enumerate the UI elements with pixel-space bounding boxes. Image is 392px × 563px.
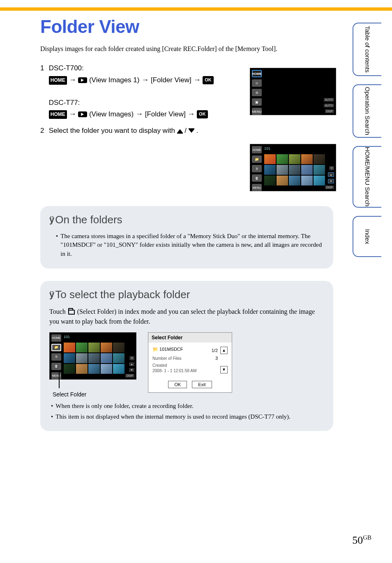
bullet-text: This item is not displayed when the inte… [55,412,291,422]
camera-screen-index: 101 HOME 📁 ⎘ 🗑 MENU ⟲ [49,332,136,380]
thumbnail [301,176,313,185]
folder-name-text: 101MSDCF [159,347,183,352]
created-label: Created [152,363,167,368]
view-images-label: (View Images) [89,110,136,118]
step-number: 2 [40,125,47,136]
tip-bullets: • When there is only one folder, create … [49,402,324,422]
thumbnail [76,353,88,363]
intro-text: Displays images for each folder created … [40,44,336,53]
select-folder-button: 📁 [51,344,61,351]
down-button[interactable]: ▼ [220,366,228,373]
screen-home-button: HOME [51,334,61,342]
thumbnail [264,165,276,175]
files-value: 3 [215,356,218,361]
trash-icon: 🗑 [51,363,61,370]
thumbnail [277,165,288,175]
folder-number-label: 101 [64,335,70,339]
thumbnail [113,343,125,352]
screen-auto-label: AUTO [324,104,334,107]
tab-table-of-contents[interactable]: Table of contents [353,23,381,76]
thumbnail [64,353,75,363]
list-item: • This item is not displayed when the in… [51,412,324,422]
step-text: / [184,127,187,134]
nav-up-icon [177,129,183,133]
up-button[interactable]: ▲ [220,347,228,354]
page-number-suffix: GB [363,534,371,541]
home-icon: HOME [49,110,67,119]
screen-off-icon: ⊘ [252,89,262,96]
dialog-title: Select Folder [148,333,232,343]
thumbnail [101,353,112,363]
thumbnail [314,165,325,175]
dialog-folder-row: 📁 101MSDCF 1/2 ▲ [152,347,228,354]
step-text: Select the folder you want to display wi… [49,127,177,134]
screen-menu-button: MENU [51,372,61,380]
copy-icon: ⎘ [252,165,262,172]
nav-up-icon: ▲ [129,362,134,366]
page-content: Folder View Displays images for each fol… [40,16,336,431]
tab-home-menu-search[interactable]: HOME/MENU Search [353,146,381,208]
folder-icon: 📁 [252,155,262,163]
thumbnail [113,364,125,374]
screen-home-button: HOME [252,146,262,153]
copy-icon: ⎘ [51,353,61,361]
thumbnail [277,176,288,185]
screen-home-button: HOME [252,70,262,77]
tab-operation-search[interactable]: Operation Search [353,84,381,138]
page-number: 50GB [352,534,371,547]
step-1: 1 DSC-T700: HOME → (View Images 1) → [Fo… [40,63,246,120]
step-text: . [196,127,198,134]
model-label: DSC-T700: [49,64,84,72]
thumbnail [76,343,88,352]
thumbnail [101,343,112,352]
tip-title: ÿ On the folders [49,213,324,226]
arrow-icon: → [69,76,76,84]
screen-left-column: HOME ☺ ⊘ ▣ MENU [252,70,262,115]
screen-menu-button: MENU [252,184,262,191]
folder-view-target: [Folder View] [145,110,188,118]
bullet-icon: • [56,232,58,259]
folder-view-target: [Folder View] [151,76,194,84]
step-number: 1 [40,63,47,74]
thumbnail [289,165,300,175]
trash-icon: 🗑 [252,174,262,182]
screen-mode-icon: ▣ [252,98,262,106]
ok-button[interactable]: OK [168,381,187,388]
list-item: • When there is only one folder, create … [51,402,324,411]
files-label: Number of Files [152,356,182,361]
view-images-label: (View Images 1) [89,76,141,84]
model-label: DSC-T77: [49,99,80,107]
page-title: Folder View [40,16,336,37]
exit-button[interactable]: Exit [192,381,212,388]
tip-title-text: On the folders [55,213,122,226]
tip-on-folders: ÿ On the folders • The camera stores ima… [40,206,333,269]
folder-icon [68,310,75,315]
tab-index[interactable]: Index [353,216,381,257]
screen-disp-label: DISP [125,374,134,378]
bullet-text: When there is only one folder, create a … [55,402,194,411]
tip-intro: Touch (Select Folder) in index mode and … [49,307,324,327]
tip-title-text: To select the playback folder [55,288,190,301]
nav-down-icon [189,129,194,133]
tip-title: ÿ To select the playback folder [49,288,324,301]
step-list: 1 DSC-T700: HOME → (View Images 1) → [Fo… [40,63,246,136]
step-2: 2 Select the folder you want to display … [40,125,246,136]
screen-left-column: HOME 📁 ⎘ 🗑 MENU [252,146,262,191]
tip-select-playback-folder: ÿ To select the playback folder Touch (S… [40,281,333,431]
hint-icon: ÿ [49,289,54,300]
step-body: Select the folder you want to display wi… [49,125,242,136]
dialog-files-row: Number of Files 3 [152,356,228,361]
rotate-icon: ⟲ [129,356,134,360]
list-item: • The camera stores images in a specifie… [56,232,324,259]
screen-disp-label: DISP [325,109,334,113]
tip-body: • The camera stores images in a specifie… [49,232,324,259]
thumbnail [88,353,100,363]
folder-number-label: 101 [264,146,270,151]
bullet-icon: • [51,402,53,411]
figure-index-screen: 101 HOME 📁 ⎘ 🗑 MENU ⟲ [49,332,136,398]
thumbnail [301,154,313,164]
screen-right-column: AUTO AUTO DISP [324,98,334,113]
view-images-icon [78,77,87,83]
page-number-value: 50 [352,534,363,546]
tip-intro-b: (Select Folder) in index mode and you ca… [49,308,315,325]
